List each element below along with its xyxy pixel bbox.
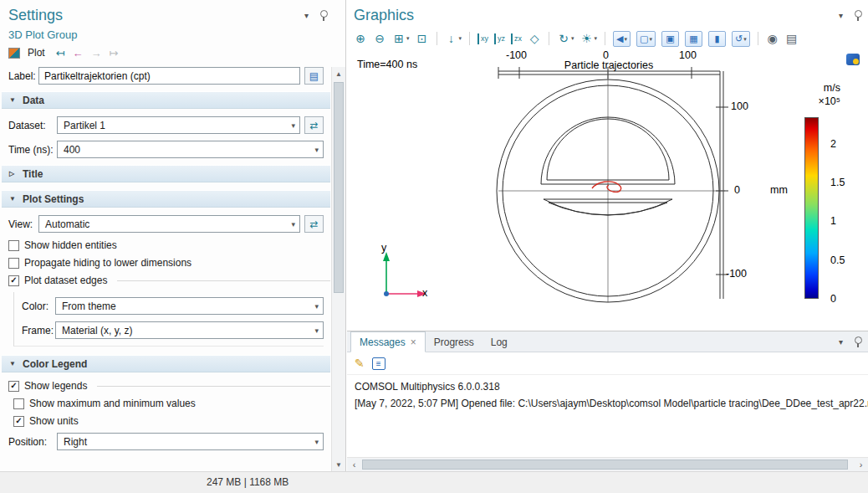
check-propagate-hiding[interactable]: ✓ Propagate hiding to lower dimensions: [8, 257, 324, 269]
plot-icon[interactable]: [8, 48, 20, 59]
panel-menu-icon[interactable]: ▾: [304, 11, 309, 20]
rename-icon: ▤: [309, 70, 319, 82]
go-first-icon[interactable]: ↤: [56, 48, 65, 59]
frame-value: Material (x, y, z): [62, 325, 132, 336]
zoom-extents-icon[interactable]: ⊡: [416, 33, 429, 44]
label-input[interactable]: [38, 67, 300, 85]
pin-icon[interactable]: [319, 10, 327, 21]
plot-window-icon: ▢: [640, 34, 648, 44]
zoom-out-icon[interactable]: ⊖: [373, 33, 386, 44]
check-label: Show hidden entities: [24, 239, 117, 251]
time-dropdown[interactable]: 400 ▾: [57, 141, 324, 158]
plot-button[interactable]: Plot: [28, 47, 45, 59]
y-tick-label: -100: [726, 268, 747, 280]
go-to-source-button[interactable]: ⇄: [304, 116, 324, 134]
dataset-row: Dataset: Partikel 1 ▾ ⇄: [8, 116, 324, 134]
section-title[interactable]: ▷ Title: [2, 165, 330, 182]
copy-icon[interactable]: ≡: [372, 357, 385, 370]
perspective-icon[interactable]: ◇: [528, 33, 541, 44]
go-last-icon[interactable]: ↦: [110, 48, 119, 59]
pin-icon[interactable]: [853, 336, 861, 347]
section-data[interactable]: ▼ Data: [2, 91, 330, 109]
plot-group-subtitle: 3D Plot Group: [0, 24, 345, 44]
checkbox[interactable]: ✓: [8, 381, 19, 392]
scrollbar-thumb[interactable]: [362, 460, 848, 470]
go-to-view-button[interactable]: ⇄: [304, 215, 324, 233]
zoom-box-button[interactable]: ⊞ ▾: [392, 33, 410, 44]
messages-hscrollbar[interactable]: ‹ ›: [347, 457, 868, 471]
panel-menu-icon[interactable]: ▾: [839, 11, 843, 20]
plot-area[interactable]: Time=400 ns Particle trajectories -100 0…: [347, 50, 868, 330]
scroll-right-button[interactable]: ›: [854, 458, 868, 471]
checkbox[interactable]: ✓: [13, 416, 24, 427]
settings-scrollbar[interactable]: ▲ ▼: [331, 67, 345, 471]
scene-light-button[interactable]: ☀ ▾: [580, 33, 598, 44]
separator: [469, 32, 470, 45]
split-view-button[interactable]: ▣: [661, 31, 679, 47]
close-icon[interactable]: ×: [411, 336, 416, 348]
scroll-left-button[interactable]: ‹: [347, 458, 361, 471]
camera-icon[interactable]: ◉: [766, 33, 779, 44]
chevron-down-icon: ▾: [649, 36, 652, 42]
rotate-button[interactable]: ↻ ▾: [557, 33, 574, 44]
section-plot-settings[interactable]: ▼ Plot Settings: [2, 190, 330, 208]
settings-title: Settings: [8, 7, 337, 24]
checkbox[interactable]: ✓: [8, 240, 19, 251]
color-value: From theme: [62, 300, 116, 312]
group-divider: [117, 280, 330, 281]
position-dropdown[interactable]: Right ▾: [57, 433, 324, 450]
dataset-dropdown[interactable]: Partikel 1 ▾: [57, 116, 300, 134]
check-show-legends[interactable]: ✓ Show legends: [8, 380, 330, 392]
chevron-down-icon: ▾: [571, 35, 574, 42]
view-dropdown[interactable]: Automatic ▾: [38, 215, 300, 233]
scroll-down-button[interactable]: ▼: [332, 458, 345, 471]
view-yz-icon[interactable]: yz: [494, 33, 505, 44]
messages-toolbar: ✎ ≡: [347, 352, 868, 374]
check-plot-dataset-edges[interactable]: ✓ Plot dataset edges: [8, 275, 330, 286]
plot-window-button[interactable]: ▢ ▾: [636, 31, 656, 47]
pin-icon[interactable]: [853, 10, 861, 21]
rename-button[interactable]: ▤: [304, 67, 324, 85]
checkbox[interactable]: ✓: [8, 258, 19, 269]
grid-view-button[interactable]: ▦: [685, 31, 702, 47]
group-divider: [97, 386, 330, 387]
check-show-max-min[interactable]: ✓ Show maximum and minimum values: [13, 398, 324, 409]
tab-progress[interactable]: Progress: [426, 333, 483, 352]
view-xy-icon[interactable]: xy: [477, 33, 488, 44]
go-next-icon[interactable]: →: [91, 48, 102, 59]
tab-label: Messages: [360, 336, 406, 348]
side-panel-button[interactable]: ▮: [708, 31, 726, 47]
axis-triad: [383, 252, 426, 297]
section-color-legend[interactable]: ▼ Color Legend: [2, 355, 330, 372]
clear-messages-icon[interactable]: ✎: [355, 357, 365, 370]
color-label: Color:: [22, 300, 55, 312]
check-label: Plot dataset edges: [24, 275, 107, 286]
chevron-down-icon: ▾: [291, 121, 295, 130]
go-previous-icon[interactable]: ←: [73, 48, 84, 59]
print-icon[interactable]: ▤: [785, 33, 799, 44]
frame-label: Frame:: [22, 325, 55, 336]
checkbox[interactable]: ✓: [13, 398, 24, 409]
settings-header: Settings ▾: [0, 0, 345, 24]
panel-menu-icon[interactable]: ▾: [839, 337, 843, 347]
frame-dropdown[interactable]: Material (x, y, z) ▾: [55, 321, 324, 339]
zoom-in-icon[interactable]: ⊕: [354, 33, 367, 44]
scroll-up-button[interactable]: ▲: [332, 67, 345, 80]
checkbox[interactable]: ✓: [8, 275, 19, 286]
y-tick-label: 0: [734, 184, 740, 196]
image-snapshot-icon: ◀: [616, 34, 623, 44]
reset-layout-button[interactable]: ↺ ▾: [732, 31, 750, 47]
tab-messages[interactable]: Messages ×: [350, 331, 426, 352]
section-title-title: Title: [23, 168, 43, 180]
image-snapshot-button[interactable]: ◀ ▾: [613, 31, 631, 47]
go-to-default-view-button[interactable]: ↓ ▾: [445, 33, 462, 44]
desktop-indicator-icon[interactable]: [846, 54, 860, 65]
view-value: Automatic: [45, 218, 89, 230]
check-show-units[interactable]: ✓ Show units: [13, 415, 324, 427]
check-show-hidden[interactable]: ✓ Show hidden entities: [8, 239, 324, 251]
view-zx-icon[interactable]: zx: [511, 33, 522, 44]
color-dropdown[interactable]: From theme ▾: [55, 297, 324, 315]
scrollbar-thumb[interactable]: [334, 82, 344, 293]
colorbar-scale-label: ×10⁵: [797, 95, 840, 107]
tab-log[interactable]: Log: [483, 333, 516, 352]
